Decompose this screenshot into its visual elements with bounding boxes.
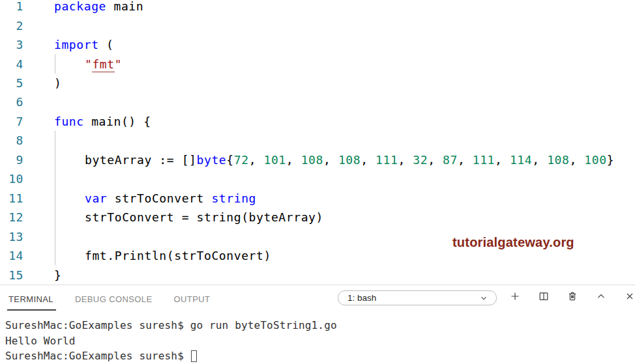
panel-tab-terminal[interactable]: TERMINAL (8, 285, 53, 313)
code-token: byteArray := [] (85, 153, 197, 167)
code-token: fmt (92, 57, 114, 72)
code-token: , (428, 153, 443, 167)
terminal-line: Hello World (5, 333, 635, 349)
panel-tab-output[interactable]: OUTPUT (174, 285, 211, 313)
terminal-line: SureshMac:GoExamples suresh$ (5, 348, 635, 364)
terminal-selector-value: 1: bash (347, 293, 376, 303)
line-content: } (54, 268, 61, 282)
line-number: 7 (0, 115, 23, 128)
code-line[interactable]: 7func main() { (0, 112, 635, 131)
close-icon[interactable] (625, 291, 635, 301)
panel-header: TERMINALDEBUG CONSOLEOUTPUT (0, 285, 635, 313)
line-number: 1 (0, 0, 23, 13)
line-number: 2 (0, 19, 23, 33)
code-token: { (226, 153, 233, 167)
line-number: 9 (0, 153, 23, 167)
indent-guide (55, 150, 55, 169)
code-token: , (398, 153, 413, 167)
code-token: , (495, 153, 510, 167)
indent-guide (55, 189, 55, 208)
code-token: main (106, 0, 143, 13)
terminal-selector[interactable]: 1: bash (338, 290, 497, 305)
line-number: 8 (0, 133, 23, 147)
terminal-line-text: SureshMac:GoExamples suresh$ (5, 350, 190, 362)
chevron-down-icon (479, 294, 488, 303)
code-token: fmt.Println(strToConvert) (85, 249, 271, 262)
code-token: main() { (84, 115, 151, 128)
panel-actions (510, 291, 635, 301)
code-token: , (458, 153, 473, 167)
code-token: 87 (443, 153, 458, 167)
code-token: } (607, 153, 614, 167)
code-token: , (361, 153, 376, 167)
code-line[interactable]: 11var strToConvert string (0, 189, 635, 208)
chevron-up-icon[interactable] (596, 291, 606, 301)
line-content: func main() { (54, 115, 151, 128)
line-number: 6 (0, 95, 23, 109)
line-number: 12 (0, 210, 23, 224)
terminal-line-text: SureshMac:GoExamples suresh$ go run byte… (5, 319, 337, 331)
panel-tab-debug-console[interactable]: DEBUG CONSOLE (75, 285, 153, 313)
code-line[interactable]: 5) (0, 74, 635, 92)
code-token: ( (99, 38, 114, 51)
code-token: 101 (264, 153, 286, 167)
terminal-line: SureshMac:GoExamples suresh$ go run byte… (5, 318, 635, 333)
code-token: strToConvert = string(byteArray) (85, 210, 323, 224)
indent-guide (55, 208, 55, 227)
terminal-panel: TERMINALDEBUG CONSOLEOUTPUT (0, 285, 635, 364)
line-number: 14 (0, 249, 23, 262)
code-line[interactable]: 15} (0, 265, 635, 284)
code-token: import (54, 38, 99, 51)
indent-guide (55, 131, 55, 150)
watermark: tutorialgateway.org (452, 235, 574, 250)
trash-icon[interactable] (567, 291, 578, 301)
code-token: byte (197, 153, 227, 167)
code-token: 111 (376, 153, 398, 167)
code-token: ) (54, 76, 61, 90)
code-line[interactable]: 4"fmt" (0, 54, 635, 73)
code-token: 108 (301, 153, 323, 167)
line-number: 15 (0, 268, 23, 282)
terminal-output[interactable]: SureshMac:GoExamples suresh$ go run byte… (0, 313, 635, 364)
plus-icon[interactable] (510, 291, 520, 301)
indent-guide (55, 246, 55, 265)
code-line[interactable]: 9byteArray := []byte{72, 101, 108, 108, … (0, 150, 635, 169)
code-token: 108 (547, 153, 569, 167)
code-line[interactable]: 3import ( (0, 35, 635, 54)
code-token: } (54, 268, 61, 282)
code-token: 111 (473, 153, 495, 167)
indent-guide (55, 227, 55, 245)
terminal-cursor (191, 350, 197, 362)
line-number: 13 (0, 230, 23, 244)
code-line[interactable]: 6 (0, 92, 635, 111)
code-line[interactable]: 8 (0, 131, 635, 150)
code-token: " (115, 57, 122, 71)
line-content: var strToConvert string (54, 191, 256, 205)
code-token: strToConvert (107, 191, 211, 205)
terminal-line-text: Hello World (5, 335, 76, 347)
code-line[interactable]: 12strToConvert = string(byteArray) (0, 208, 635, 227)
code-line[interactable]: 1package main (0, 0, 635, 16)
code-editor[interactable]: 1package main23import (4"fmt"5)67func ma… (0, 0, 635, 285)
code-token: 108 (338, 153, 361, 167)
code-line[interactable]: 10 (0, 169, 635, 188)
code-token: , (249, 153, 264, 167)
line-content: "fmt" (54, 57, 122, 71)
line-content: strToConvert = string(byteArray) (54, 210, 323, 224)
line-content: ) (54, 76, 61, 90)
indent-guide (55, 169, 55, 188)
code-token: , (286, 153, 301, 167)
line-content: fmt.Println(strToConvert) (54, 249, 271, 262)
line-number: 5 (0, 76, 23, 90)
code-token: var (85, 191, 107, 205)
line-number: 3 (0, 38, 23, 51)
code-line[interactable]: 2 (0, 16, 635, 35)
line-number: 10 (0, 172, 23, 186)
code-token: , (323, 153, 338, 167)
line-number: 11 (0, 191, 23, 205)
line-number: 4 (0, 57, 23, 71)
split-terminal-icon[interactable] (539, 291, 549, 301)
code-token: 32 (413, 153, 428, 167)
line-content: package main (54, 0, 143, 13)
indent-guide (55, 54, 55, 73)
